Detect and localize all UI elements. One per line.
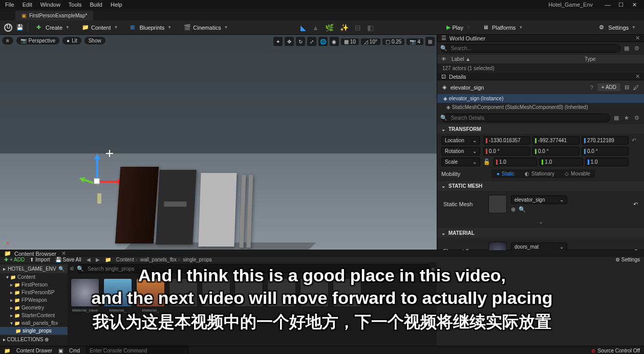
asset-item[interactable]: Material_ <box>103 278 132 313</box>
close-icon[interactable]: ✕ <box>630 2 639 8</box>
folder-up-icon[interactable]: 📁 <box>105 257 111 262</box>
collections-header[interactable]: ▸ COLLECTIONS ⊕ <box>0 335 68 344</box>
use-browser-icon[interactable]: ⊕ <box>511 206 516 213</box>
asset-item[interactable]: Material_base <box>71 278 99 313</box>
close-details-icon[interactable]: ✕ <box>635 73 640 80</box>
transform-section[interactable]: ⌄TRANSFORM <box>437 124 644 134</box>
reset-mesh-icon[interactable]: ↶ <box>633 201 638 208</box>
save-all-button[interactable]: 💾 Save All <box>55 257 81 262</box>
content-button[interactable]: 📁Content▼ <box>78 23 122 33</box>
rotate-gizmo-icon[interactable]: ↻ <box>296 37 305 46</box>
view-settings-icon[interactable]: ≡ <box>432 266 435 272</box>
cmd-icon[interactable]: ▣ <box>58 348 63 353</box>
crumb-content[interactable]: Content <box>116 257 134 262</box>
settings-button[interactable]: ⚙Settings▼ <box>595 23 640 33</box>
mesh-paint-mode-icon[interactable]: ✨ <box>340 24 349 32</box>
import-button[interactable]: ⬆ Import <box>30 257 50 262</box>
asset-item[interactable] <box>202 278 230 313</box>
crumb-wall[interactable]: wall_panels_fbx <box>140 257 177 262</box>
z-axis-arrow[interactable] <box>96 155 98 181</box>
asset-item[interactable] <box>234 278 263 313</box>
tree-node[interactable]: ▾ 📁wall_panels_fbx <box>0 319 68 327</box>
rotation-y[interactable]: 0.0 ° <box>532 147 579 156</box>
outliner-search-input[interactable] <box>441 44 620 53</box>
minimize-icon[interactable]: — <box>603 2 612 8</box>
asset-item[interactable] <box>169 278 198 313</box>
rotation-x[interactable]: 0.0 ° <box>483 147 530 156</box>
console-input[interactable] <box>86 346 188 354</box>
asset-search-input[interactable] <box>78 264 430 273</box>
asset-grid[interactable]: Material_base Material_ Material_ <box>68 275 437 346</box>
camera-speed[interactable]: 📷 4 <box>406 38 423 45</box>
scale-x[interactable]: 1.0 <box>493 158 537 166</box>
viewport-maximize-icon[interactable]: ⊞ <box>425 37 435 46</box>
mobility-static[interactable]: ● Static <box>491 169 520 178</box>
help-icon[interactable]: ? <box>590 84 593 91</box>
mobility-stationary[interactable]: ◐ Stationary <box>520 169 560 178</box>
hierarchy-icon[interactable]: ⊟ <box>625 84 629 91</box>
lock-icon[interactable]: 🔓 <box>483 159 490 165</box>
outliner-tab[interactable]: ☰ World Outliner ✕ <box>437 35 644 42</box>
play-button[interactable]: ▶Play⋮ <box>442 23 475 32</box>
foliage-mode-icon[interactable]: 🌿 <box>325 24 334 32</box>
grid-snap[interactable]: ▦ 10 <box>341 38 359 45</box>
mesh-selector[interactable]: elevator_sign⌄ <box>511 195 567 204</box>
location-x[interactable]: -1330.016357 <box>483 136 530 145</box>
tree-header[interactable]: ▸ HOTEL_GAME_ENV🔍 <box>0 264 68 273</box>
edit-blueprint-icon[interactable]: 🖊 <box>633 84 639 91</box>
drawer-toggle-icon[interactable]: 📁 <box>4 348 10 353</box>
history-fwd-icon[interactable]: ▶ <box>96 257 100 262</box>
add-asset-button[interactable]: ✚ + ADD <box>4 257 25 262</box>
asset-item[interactable] <box>267 278 296 313</box>
content-browser-tab[interactable]: 📁 Content Browser ✕ <box>0 250 644 257</box>
level-tab[interactable]: ▣ FirstPersonExampleMap* <box>15 11 93 20</box>
select-gizmo-icon[interactable]: ✦ <box>273 37 283 46</box>
component-mesh[interactable]: ◈ StaticMeshComponent (StaticMeshCompone… <box>437 103 644 112</box>
show-dropdown[interactable]: Show <box>84 37 105 45</box>
details-tab[interactable]: ⊡ Details ✕ <box>437 73 644 80</box>
translate-gizmo-icon[interactable]: ✥ <box>285 37 294 46</box>
surface-snap-icon[interactable]: ◉ <box>330 37 339 46</box>
mobility-movable[interactable]: ◇ Movable <box>560 169 595 178</box>
asset-item[interactable] <box>300 278 329 313</box>
tree-node[interactable]: ▸ 📁FirstPerson <box>0 281 68 289</box>
tree-node[interactable]: ▸ 📁FirstPersonBP <box>0 289 68 296</box>
world-local-icon[interactable]: 🌐 <box>318 37 328 46</box>
gear-icon[interactable]: ⚙ <box>633 115 641 121</box>
details-search-input[interactable] <box>441 114 610 122</box>
reset-location-icon[interactable]: ↶ <box>632 137 640 144</box>
menu-build[interactable]: Build <box>90 2 102 8</box>
type-column[interactable]: Type <box>585 56 596 62</box>
close-outliner-icon[interactable]: ✕ <box>635 35 640 41</box>
rotation-dropdown[interactable]: Rotation⌄ <box>441 147 480 156</box>
maximize-icon[interactable]: ☐ <box>616 2 626 8</box>
content-drawer-button[interactable]: Content Drawer <box>16 348 52 353</box>
location-dropdown[interactable]: Location⌄ <box>441 136 480 145</box>
cb-settings-button[interactable]: ⚙ Settings <box>615 257 640 262</box>
tree-node[interactable]: ▾ 📁Content <box>0 273 68 281</box>
scale-z[interactable]: 1.0 <box>585 158 629 166</box>
browse-icon[interactable]: 🔍 <box>519 206 526 213</box>
scale-y[interactable]: 1.0 <box>539 158 583 166</box>
cb-tree[interactable]: ▸ HOTEL_GAME_ENV🔍 ▾ 📁Content ▸ 📁FirstPer… <box>0 262 68 346</box>
create-button[interactable]: ✚Create▼ <box>32 23 74 33</box>
blueprints-button[interactable]: ⊞Blueprints▼ <box>126 23 176 33</box>
filter-icon[interactable]: ⚟ <box>70 266 75 272</box>
gizmo-center[interactable] <box>93 178 100 185</box>
grid-icon[interactable]: ▦ <box>612 115 620 121</box>
viewport[interactable]: ≡ 📷 Perspective ● Lit Show ✦ ✥ ↻ ⤢ 🌐 ◉ ▦… <box>0 35 437 250</box>
history-back-icon[interactable]: ◀ <box>87 257 91 262</box>
tree-node[interactable]: ▸ 📁StarterContent <box>0 312 68 319</box>
search-icon[interactable]: 🔍 <box>58 266 65 272</box>
add-component-button[interactable]: + ADD <box>597 83 620 91</box>
platforms-button[interactable]: 🖥Platforms▼ <box>479 23 527 33</box>
menu-edit[interactable]: Edit <box>23 2 32 8</box>
source-control[interactable]: ⊘Source Control Off <box>591 348 640 353</box>
asset-item[interactable] <box>333 278 361 313</box>
tree-node-selected[interactable]: 📁 single_props <box>0 327 68 335</box>
material-section[interactable]: ⌄MATERIAL <box>437 228 644 238</box>
scale-snap[interactable]: ▢ 0.25 <box>382 38 404 45</box>
save-icon[interactable]: 💾 <box>16 24 24 31</box>
expand-icon[interactable]: ⌄ <box>441 217 640 226</box>
asset-item[interactable]: Material_ <box>136 278 165 313</box>
